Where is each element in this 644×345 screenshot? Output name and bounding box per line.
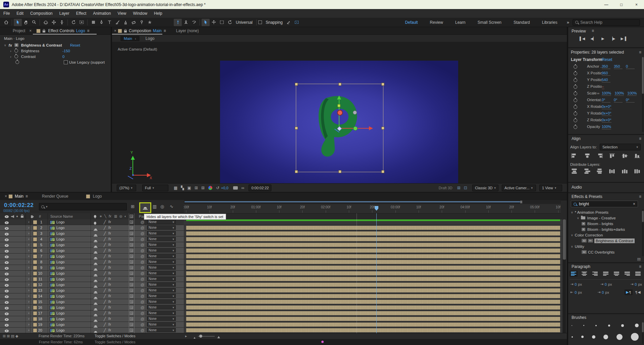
composition-viewer[interactable]: Active Camera (Default) <box>112 42 567 184</box>
tab-composition[interactable]: Composition <box>129 28 151 33</box>
distribute-h-center-button[interactable] <box>621 168 629 174</box>
layer-row[interactable]: › 9 Logo ╱ fx @ None▾ <box>0 265 567 271</box>
reset-exposure-icon[interactable]: ↺ <box>216 186 219 190</box>
stopwatch-icon[interactable] <box>574 119 577 122</box>
parent-dropdown[interactable]: None▾ <box>147 260 176 264</box>
layer-twirl-icon[interactable]: › <box>28 288 30 292</box>
layer-duration-bar[interactable] <box>186 323 560 327</box>
tab-effect-controls[interactable]: Effect Controls <box>48 28 74 33</box>
layer-visibility-eye-icon[interactable] <box>5 272 9 276</box>
layer-row[interactable]: › 4 Logo ╱ fx @ None▾ <box>0 236 567 242</box>
layer-3d-switch[interactable] <box>130 249 133 253</box>
parent-dropdown[interactable]: None▾ <box>147 288 176 292</box>
layer-name[interactable]: Logo <box>56 260 64 264</box>
distribute-bottom-button[interactable] <box>596 168 603 174</box>
parent-dropdown[interactable]: None▾ <box>147 317 176 321</box>
value-field[interactable]: 350 <box>614 64 623 69</box>
layer-quality-switch[interactable]: ╱ <box>104 311 106 316</box>
stopwatch-icon[interactable] <box>574 98 577 102</box>
layer-shy-switch[interactable] <box>94 250 97 254</box>
parent-pickwhip-icon[interactable]: @ <box>141 277 144 281</box>
layer-name[interactable]: Logo <box>56 237 64 241</box>
panel-menu-icon[interactable]: ≡ <box>639 264 641 269</box>
layer-3d-switch[interactable] <box>130 226 133 230</box>
bbox-handle[interactable] <box>381 170 384 173</box>
brush-size-swatch[interactable] <box>572 325 572 326</box>
layer-twirl-icon[interactable]: › <box>28 305 30 309</box>
layer-fx-switch[interactable]: fx <box>108 220 111 224</box>
menu-item[interactable]: View <box>114 11 130 16</box>
panel-close-icon[interactable]: × <box>3 194 8 199</box>
value-field[interactable]: 0° <box>602 98 610 102</box>
layer-shy-switch[interactable] <box>94 255 97 259</box>
justify-last-center-button[interactable] <box>612 271 621 277</box>
layer-row[interactable]: › 15 Logo ╱ fx @ None▾ <box>0 299 567 305</box>
playhead-line[interactable] <box>376 213 377 333</box>
layer-fx-switch[interactable]: fx <box>108 249 111 252</box>
effects-tree-item[interactable]: ∨ ≋ 32 f× CC Overbrights <box>568 249 644 255</box>
layer-duration-bar[interactable] <box>186 249 560 253</box>
anchor-point-handle[interactable] <box>337 110 343 116</box>
effect-header-row[interactable]: ∨ fx ≣ Brightness & Contrast Reset <box>0 42 111 48</box>
layer-duration-bar[interactable] <box>186 231 560 235</box>
toggle-switches-modes-button[interactable]: Toggle Switches / Modes <box>95 334 136 338</box>
layer-name[interactable]: Logo <box>56 305 64 309</box>
parent-dropdown[interactable]: None▾ <box>147 271 176 275</box>
layer-fx-switch[interactable]: fx <box>108 237 111 241</box>
layer-3d-switch[interactable] <box>130 300 133 304</box>
parent-pickwhip-icon[interactable]: @ <box>141 288 144 292</box>
gizmo-mode-label[interactable]: Universal <box>236 20 253 25</box>
align-v-center-button[interactable] <box>621 153 629 158</box>
layer-row[interactable]: › 13 Logo ╱ fx @ None▾ <box>0 288 567 293</box>
layer-3d-switch[interactable] <box>130 289 133 293</box>
layer-quality-switch[interactable]: ╱ <box>104 237 106 242</box>
effects-tree-item[interactable]: ∨ ≋ 32 f× Bloom - brights+darks <box>568 226 644 232</box>
threed-column-icon[interactable] <box>130 215 133 219</box>
layer-3d-switch[interactable] <box>130 255 133 259</box>
toggle-icons-cluster[interactable]: ⊞ ⊠ ▤ ◆ <box>3 334 18 338</box>
layer-fx-switch[interactable]: fx <box>108 323 111 326</box>
layer-duration-bar[interactable] <box>186 237 560 241</box>
new-panel-icon[interactable]: ▤ <box>637 257 641 261</box>
layer-quality-switch[interactable]: ╱ <box>104 249 106 253</box>
layer-fx-switch[interactable]: fx <box>108 254 111 258</box>
layer-shy-switch[interactable] <box>94 272 97 276</box>
layer-twirl-icon[interactable]: › <box>28 311 30 315</box>
frame-blending-icon[interactable]: ▥ <box>153 204 157 209</box>
close-button[interactable]: × <box>629 0 644 9</box>
indent-first-line-field[interactable]: ⇥0px <box>600 282 612 286</box>
brush-size-swatch[interactable] <box>631 333 639 341</box>
layer-3d-switch[interactable] <box>130 272 133 276</box>
index-column-label[interactable]: # <box>39 214 41 218</box>
composition-canvas[interactable] <box>220 61 458 192</box>
layer-duration-bar[interactable] <box>186 288 560 292</box>
layer-twirl-icon[interactable]: › <box>28 260 30 264</box>
align-top-button[interactable] <box>609 153 616 158</box>
layer-fx-switch[interactable]: fx <box>108 266 111 269</box>
layer-name[interactable]: Logo <box>56 231 64 235</box>
workspace-tab[interactable]: Review <box>424 20 449 25</box>
property-value[interactable]: 0 <box>62 55 64 59</box>
value-field[interactable]: 100% <box>614 91 624 96</box>
collapse-arrow-icon[interactable]: ▸ <box>185 334 187 338</box>
layer-quality-switch[interactable]: ╱ <box>104 294 106 298</box>
layer-twirl-icon[interactable]: › <box>28 248 30 252</box>
draft-3d-toggle[interactable]: Draft 3D <box>439 186 452 190</box>
parent-pickwhip-icon[interactable]: @ <box>141 305 144 309</box>
parent-dropdown[interactable]: None▾ <box>147 265 176 270</box>
source-name-column[interactable]: Source Name <box>50 214 73 218</box>
region-of-interest-icon[interactable]: ⊞ <box>195 186 198 190</box>
layer-3d-switch[interactable] <box>130 312 133 316</box>
layer-duration-bar[interactable] <box>186 271 560 275</box>
menu-item[interactable]: Layer <box>56 11 73 16</box>
layer-3d-switch[interactable] <box>130 306 133 310</box>
brush-size-swatch[interactable] <box>583 325 584 326</box>
selection-tool[interactable] <box>14 19 22 26</box>
panel-close-icon[interactable]: × <box>28 28 33 33</box>
layer-shy-switch[interactable] <box>94 312 97 316</box>
indent-right-field[interactable]: ⇥0px <box>630 282 642 286</box>
justify-last-left-button[interactable] <box>602 271 610 277</box>
gizmo-scale-icon[interactable] <box>218 19 226 26</box>
workspace-tab[interactable]: Small Screen <box>472 20 507 25</box>
ground-plane-icon[interactable]: ⊞ <box>457 186 461 190</box>
